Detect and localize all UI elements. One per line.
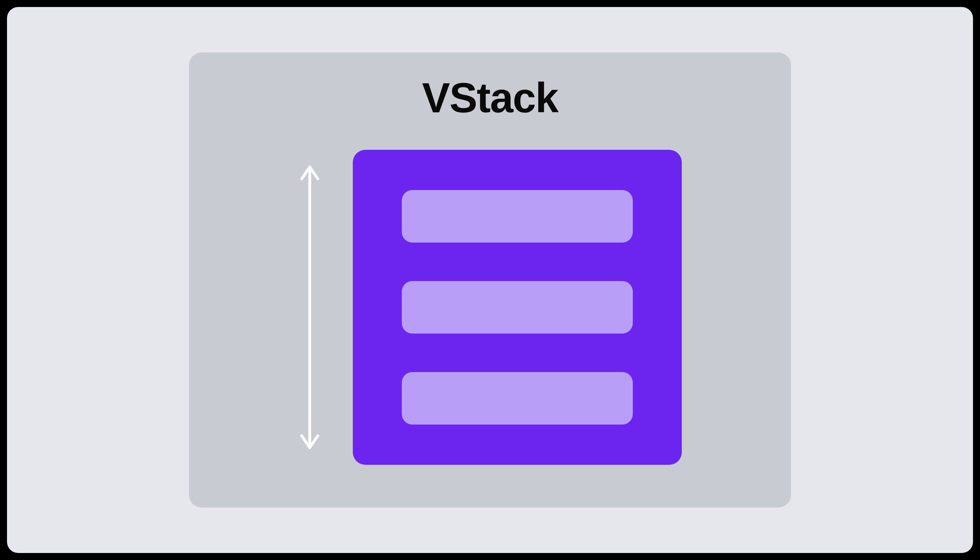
outer-frame: VStack — [7, 7, 973, 553]
stack-item — [402, 190, 633, 243]
stack-item — [402, 281, 633, 333]
vertical-arrow-icon — [298, 162, 321, 453]
vstack-container — [353, 150, 682, 465]
diagram-card: VStack — [189, 52, 791, 508]
content-row — [298, 150, 682, 465]
diagram-title: VStack — [422, 73, 558, 122]
stack-item — [402, 372, 633, 425]
